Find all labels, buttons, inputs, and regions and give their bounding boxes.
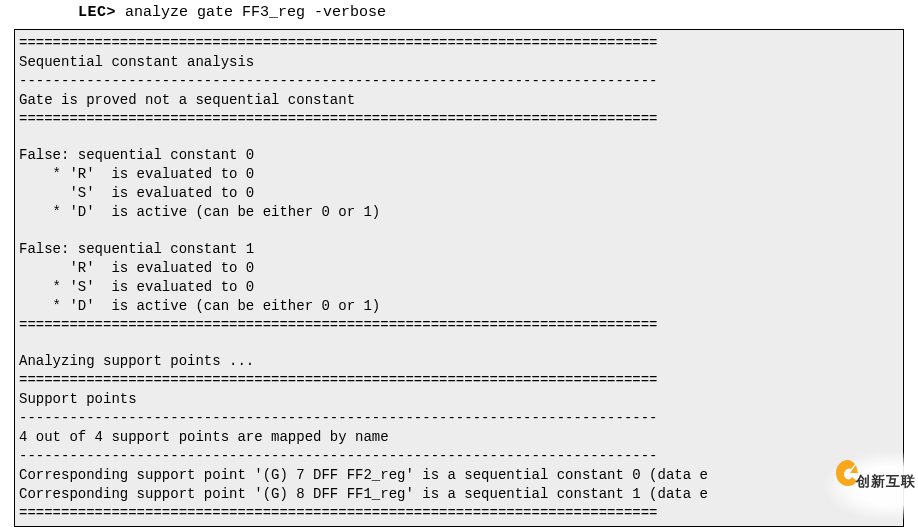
false1-s: * 'S' is evaluated to 0 [19,278,899,297]
analyzing-line: Analyzing support points ... [19,352,899,371]
proved-line: Gate is proved not a sequential constant [19,91,899,110]
rule-single: ----------------------------------------… [19,447,899,466]
false0-r: * 'R' is evaluated to 0 [19,165,899,184]
rule-double: ========================================… [19,316,899,335]
support-points-mapped: 4 out of 4 support points are mapped by … [19,428,899,447]
rule-double: ========================================… [19,110,899,129]
false1-d: * 'D' is active (can be either 0 or 1) [19,297,899,316]
blank-line [19,222,899,240]
prompt-prefix: LEC> [78,4,116,21]
prompt-command: analyze gate FF3_reg -verbose [116,4,386,21]
support-point-1: Corresponding support point '(G) 7 DFF F… [19,466,899,485]
false1-header: False: sequential constant 1 [19,240,899,259]
false1-r: 'R' is evaluated to 0 [19,259,899,278]
support-point-2: Corresponding support point '(G) 8 DFF F… [19,485,899,504]
terminal-output-box: ========================================… [14,29,904,527]
rule-double: ========================================… [19,371,899,390]
rule-double: ========================================… [19,34,899,53]
false0-d: * 'D' is active (can be either 0 or 1) [19,203,899,222]
rule-single: ----------------------------------------… [19,409,899,428]
blank-line [19,334,899,352]
false0-header: False: sequential constant 0 [19,146,899,165]
false0-s: 'S' is evaluated to 0 [19,184,899,203]
rule-double: ========================================… [19,504,899,523]
support-points-title: Support points [19,390,899,409]
blank-line [19,128,899,146]
section-title-sequential: Sequential constant analysis [19,53,899,72]
rule-single: ----------------------------------------… [19,72,899,91]
command-prompt-line: LEC> analyze gate FF3_reg -verbose [78,4,918,21]
